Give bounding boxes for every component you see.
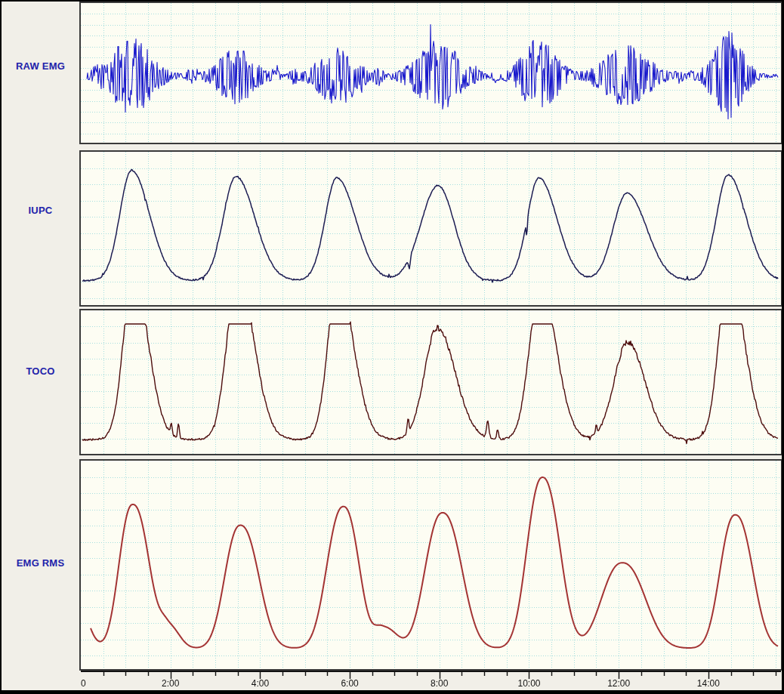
iupc-panel xyxy=(79,150,782,307)
time-axis-strip xyxy=(2,671,782,689)
toco-waveform xyxy=(81,310,781,454)
iupc-strip: IUPC xyxy=(2,150,782,307)
toco-panel xyxy=(79,309,782,455)
uterine-activity-monitor: RAW EMG IUPC TOCO EMG RMS xyxy=(0,0,784,694)
iupc-waveform xyxy=(81,152,781,305)
emg-rms-waveform xyxy=(81,461,781,669)
time-axis xyxy=(81,671,781,689)
emg-rms-label-area: EMG RMS xyxy=(2,459,79,671)
raw-emg-label: RAW EMG xyxy=(16,60,65,72)
emg-rms-strip: EMG RMS xyxy=(2,459,782,671)
raw-emg-waveform xyxy=(81,3,781,143)
time-axis-area xyxy=(79,671,782,689)
toco-label: TOCO xyxy=(26,366,54,377)
raw-emg-label-area: RAW EMG xyxy=(2,2,79,144)
iupc-label-area: IUPC xyxy=(2,150,79,307)
raw-emg-strip: RAW EMG xyxy=(2,2,782,144)
emg-rms-panel xyxy=(79,459,782,671)
axis-label-spacer xyxy=(2,671,79,689)
toco-label-area: TOCO xyxy=(2,309,79,455)
iupc-label: IUPC xyxy=(29,205,53,216)
raw-emg-panel xyxy=(79,2,782,144)
emg-rms-label: EMG RMS xyxy=(17,557,65,569)
toco-strip: TOCO xyxy=(2,309,782,455)
